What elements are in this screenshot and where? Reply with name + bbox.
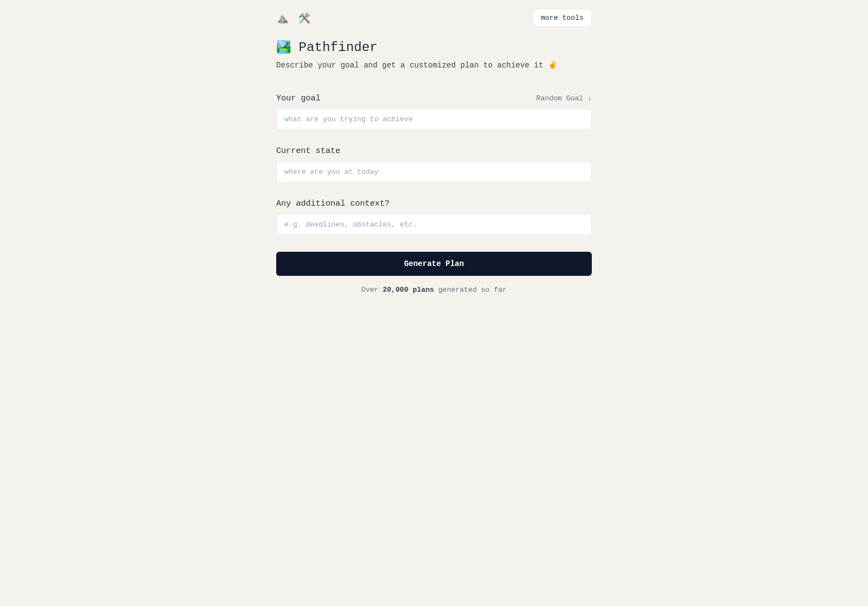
- context-label: Any additional context?: [276, 199, 390, 208]
- mountain-icon[interactable]: ⛰️: [276, 12, 288, 24]
- goal-field-group: Your goal Random Goal ↓: [276, 94, 592, 130]
- header: ⛰️ 🛠️ more tools: [276, 9, 592, 27]
- generate-plan-button[interactable]: Generate Plan: [276, 252, 592, 276]
- context-input[interactable]: [276, 214, 592, 235]
- more-tools-button[interactable]: more tools: [533, 9, 592, 27]
- stats-suffix: generated so far: [434, 286, 507, 294]
- random-goal-button[interactable]: Random Goal ↓: [536, 94, 592, 103]
- title-row: 🏞️ Pathfinder: [276, 40, 592, 55]
- context-label-row: Any additional context?: [276, 199, 592, 208]
- page-title: Pathfinder: [299, 40, 378, 55]
- current-state-field-group: Current state: [276, 146, 592, 183]
- goal-label-row: Your goal Random Goal ↓: [276, 94, 592, 103]
- current-state-label-row: Current state: [276, 146, 592, 156]
- context-field-group: Any additional context?: [276, 199, 592, 235]
- page-subtitle: Describe your goal and get a customized …: [276, 60, 592, 70]
- pathfinder-icon: 🏞️: [276, 40, 291, 55]
- subtitle-text: Describe your goal and get a customized …: [276, 61, 548, 70]
- header-icon-group: ⛰️ 🛠️: [276, 12, 310, 24]
- stats-prefix: Over: [361, 286, 382, 294]
- stats-count: 20,000 plans: [382, 286, 434, 294]
- goal-input[interactable]: [276, 109, 592, 130]
- goal-label: Your goal: [276, 94, 321, 103]
- current-state-label: Current state: [276, 146, 340, 156]
- current-state-input[interactable]: [276, 161, 592, 183]
- tools-icon[interactable]: 🛠️: [298, 12, 310, 24]
- peace-icon: ✌️: [548, 61, 557, 70]
- stats-line: Over 20,000 plans generated so far: [276, 286, 592, 294]
